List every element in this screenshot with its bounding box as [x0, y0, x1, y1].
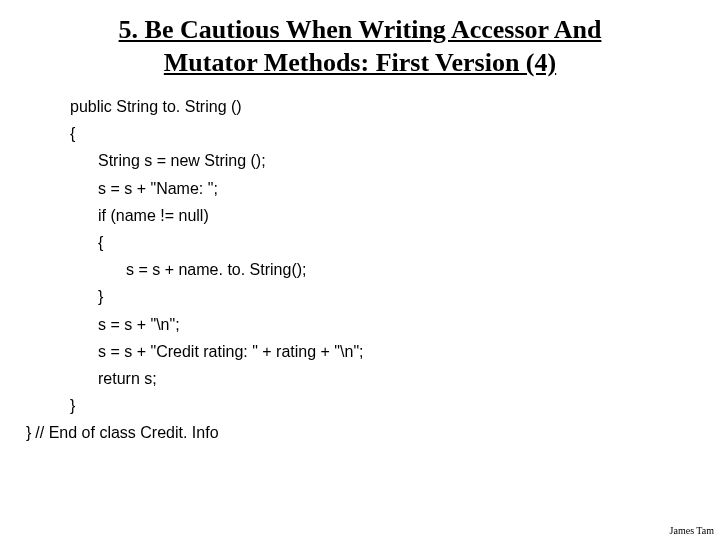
code-line: return s;: [98, 365, 690, 392]
code-line: s = s + name. to. String();: [126, 256, 690, 283]
code-line: {: [98, 229, 690, 256]
code-line: s = s + "Credit rating: " + rating + "\n…: [98, 338, 690, 365]
code-line: public String to. String (): [70, 93, 690, 120]
code-line: String s = new String ();: [98, 147, 690, 174]
code-line: }: [70, 392, 690, 419]
code-line: if (name != null): [98, 202, 690, 229]
code-line: s = s + "Name: ";: [98, 175, 690, 202]
slide-title: 5. Be Cautious When Writing Accessor And…: [70, 14, 650, 79]
footer-author: James Tam: [670, 525, 714, 536]
code-line: {: [70, 120, 690, 147]
code-line-end: } // End of class Credit. Info: [26, 419, 690, 446]
code-line: }: [98, 283, 690, 310]
code-end-comment: // End of class Credit. Info: [35, 419, 218, 446]
code-line: s = s + "\n";: [98, 311, 690, 338]
code-close-brace: }: [26, 419, 31, 446]
code-block: public String to. String () { String s =…: [42, 93, 690, 446]
